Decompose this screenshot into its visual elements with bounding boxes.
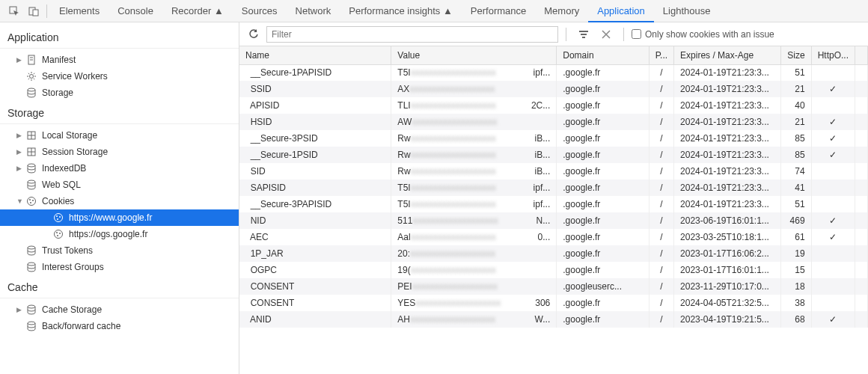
cell-end xyxy=(855,278,867,295)
device-toggle-icon[interactable] xyxy=(25,3,42,19)
cell-domain: .google.fr xyxy=(557,311,649,328)
cell-domain: .google.fr xyxy=(557,229,649,245)
cell-path: / xyxy=(649,196,673,212)
cookies-table-wrap: NameValueDomainP...Expires / Max-AgeSize… xyxy=(239,46,868,374)
cell-end xyxy=(855,147,867,163)
cell-value: T5Ixxxxxxxxxxxxxxxxxxxipf... xyxy=(391,64,557,81)
cell-size: 40 xyxy=(781,97,811,114)
tab-performance-insights-[interactable]: Performance insights ▲ xyxy=(340,0,462,22)
tab-lighthouse[interactable]: Lighthouse xyxy=(654,0,720,22)
table-row[interactable]: SIDRwxxxxxxxxxxxxxxxxxxxiB....google.fr/… xyxy=(239,163,868,180)
table-row[interactable]: ANIDAHxxxxxxxxxxxxxxxxxxxW....google.fr/… xyxy=(239,311,868,328)
sidebar-item-storage[interactable]: Storage xyxy=(0,85,239,101)
sidebar-item-cookies[interactable]: ▼Cookies xyxy=(0,193,239,209)
cell-name: 1P_JAR xyxy=(239,245,391,262)
cell-value: AHxxxxxxxxxxxxxxxxxxxW... xyxy=(391,311,557,328)
cell-end xyxy=(855,97,867,114)
table-row[interactable]: SSIDAXxxxxxxxxxxxxxxxxxxx.google.fr/2024… xyxy=(239,81,868,97)
cell-name: CONSENT xyxy=(239,278,391,295)
table-row[interactable]: NID511xxxxxxxxxxxxxxxxxxxN....google.fr/… xyxy=(239,212,868,229)
cell-domain: .google.fr xyxy=(557,147,649,163)
cell-name: AEC xyxy=(239,229,391,245)
sidebar-item-service-workers[interactable]: Service Workers xyxy=(0,68,239,85)
column-header[interactable]: Name xyxy=(239,46,391,64)
sidebar-item-https-www-google-fr[interactable]: https://www.google.fr xyxy=(0,209,239,226)
tab-console[interactable]: Console xyxy=(109,0,162,22)
table-row[interactable]: AECAalxxxxxxxxxxxxxxxxxxx0....google.fr/… xyxy=(239,229,868,245)
sidebar-item-interest-groups[interactable]: Interest Groups xyxy=(0,259,239,275)
close-icon[interactable] xyxy=(598,26,614,43)
cell-name: __Secure-1PSID xyxy=(239,147,391,163)
cell-size: 21 xyxy=(781,81,811,97)
cell-domain: .googleuserc... xyxy=(557,278,649,295)
cell-value: TLIxxxxxxxxxxxxxxxxxxx2C... xyxy=(391,97,557,114)
cell-httponly xyxy=(811,180,855,196)
column-header[interactable]: Size xyxy=(781,46,811,64)
cell-size: 61 xyxy=(781,229,811,245)
table-row[interactable]: __Secure-1PSIDRwxxxxxxxxxxxxxxxxxxxiB...… xyxy=(239,147,868,163)
sidebar-item-indexeddb[interactable]: ▶IndexedDB xyxy=(0,160,239,177)
cell-httponly xyxy=(811,262,855,278)
sidebar-item-label: Manifest xyxy=(42,55,76,65)
inspect-icon[interactable] xyxy=(6,3,22,19)
sidebar-item-trust-tokens[interactable]: Trust Tokens xyxy=(0,242,239,259)
sidebar-item-manifest[interactable]: ▶Manifest xyxy=(0,52,239,68)
clear-filter-icon[interactable] xyxy=(575,26,592,43)
cell-expires: 2023-01-17T16:01:1... xyxy=(674,262,781,278)
chevron-icon: ▶ xyxy=(16,306,24,313)
table-row[interactable]: __Secure-1PAPISIDT5Ixxxxxxxxxxxxxxxxxxxi… xyxy=(239,64,868,81)
cell-expires: 2024-04-05T21:32:5... xyxy=(674,295,781,311)
tab-network[interactable]: Network xyxy=(287,0,340,22)
cell-end xyxy=(855,262,867,278)
cell-domain: .google.fr xyxy=(557,262,649,278)
db-icon xyxy=(25,87,37,99)
svg-point-26 xyxy=(59,233,61,234)
cell-name: CONSENT xyxy=(239,295,391,311)
column-header[interactable]: HttpO... xyxy=(811,46,855,64)
cell-size: 21 xyxy=(781,114,811,130)
devtools-tabbar: ElementsConsoleRecorder ▲SourcesNetworkP… xyxy=(0,0,868,22)
only-issue-checkbox[interactable]: Only show cookies with an issue xyxy=(632,29,774,40)
table-row[interactable]: SAPISIDT5Ixxxxxxxxxxxxxxxxxxxipf....goog… xyxy=(239,180,868,196)
sidebar-item-local-storage[interactable]: ▶Local Storage xyxy=(0,127,239,144)
svg-point-7 xyxy=(28,88,35,91)
only-issue-checkbox-input[interactable] xyxy=(632,29,641,39)
column-header[interactable]: P... xyxy=(649,46,673,64)
sidebar-item-https-ogs-google-fr[interactable]: https://ogs.google.fr xyxy=(0,226,239,242)
sidebar-item-web-sql[interactable]: Web SQL xyxy=(0,177,239,193)
cell-httponly xyxy=(811,64,855,81)
filter-input[interactable] xyxy=(266,26,558,43)
chevron-icon: ▶ xyxy=(16,165,24,172)
table-row[interactable]: HSIDAWxxxxxxxxxxxxxxxxxxx.google.fr/2024… xyxy=(239,114,868,130)
tab-memory[interactable]: Memory xyxy=(535,0,588,22)
column-header[interactable]: Expires / Max-Age xyxy=(674,46,781,64)
table-row[interactable]: OGPC19(xxxxxxxxxxxxxxxxxxx.google.fr/202… xyxy=(239,262,868,278)
tab-performance[interactable]: Performance xyxy=(462,0,535,22)
column-header[interactable]: Domain xyxy=(557,46,649,64)
tab-application[interactable]: Application xyxy=(588,0,654,22)
column-header[interactable]: Value xyxy=(391,46,557,64)
table-row[interactable]: APISIDTLIxxxxxxxxxxxxxxxxxxx2C....google… xyxy=(239,97,868,114)
sidebar-section-application: Application xyxy=(0,25,239,49)
cell-httponly xyxy=(811,196,855,212)
tab-recorder-[interactable]: Recorder ▲ xyxy=(162,0,233,22)
cell-httponly: ✓ xyxy=(811,229,855,245)
table-row[interactable]: __Secure-3PAPISIDT5Ixxxxxxxxxxxxxxxxxxxi… xyxy=(239,196,868,212)
tab-sources[interactable]: Sources xyxy=(233,0,287,22)
table-row[interactable]: 1P_JAR20:xxxxxxxxxxxxxxxxxxx.google.fr/2… xyxy=(239,245,868,262)
table-row[interactable]: CONSENTYESxxxxxxxxxxxxxxxxxxx306.google.… xyxy=(239,295,868,311)
cookies-table: NameValueDomainP...Expires / Max-AgeSize… xyxy=(239,46,868,328)
tab-elements[interactable]: Elements xyxy=(50,0,109,22)
table-row[interactable]: CONSENTPEIxxxxxxxxxxxxxxxxxxx.googleuser… xyxy=(239,278,868,295)
sidebar-item-back-forward-cache[interactable]: Back/forward cache xyxy=(0,318,239,334)
cell-path: / xyxy=(649,295,673,311)
sidebar-item-session-storage[interactable]: ▶Session Storage xyxy=(0,144,239,160)
cell-end xyxy=(855,81,867,97)
cell-path: / xyxy=(649,130,673,147)
sidebar-item-cache-storage[interactable]: ▶Cache Storage xyxy=(0,301,239,318)
table-row[interactable]: __Secure-3PSIDRwxxxxxxxxxxxxxxxxxxxiB...… xyxy=(239,130,868,147)
separator xyxy=(566,28,566,41)
svg-point-29 xyxy=(28,263,35,266)
cell-domain: .google.fr xyxy=(557,295,649,311)
refresh-icon[interactable] xyxy=(245,26,262,43)
